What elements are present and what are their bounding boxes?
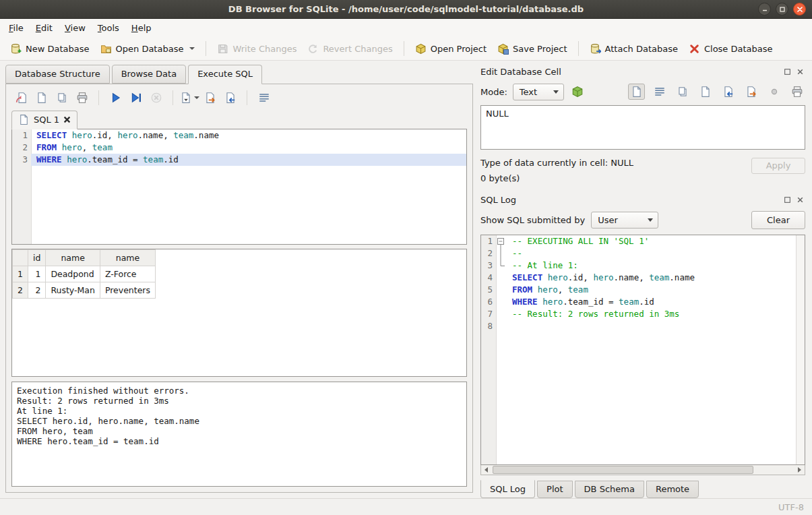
maximize-button[interactable]	[776, 3, 788, 16]
scroll-right-icon[interactable]	[794, 465, 805, 475]
mode-select[interactable]: Text	[513, 84, 564, 100]
cell[interactable]: Preventers	[100, 282, 155, 299]
export-to-file-button[interactable]	[743, 84, 759, 100]
sql-log-editor[interactable]: 1-- EXECUTING ALL IN 'SQL 1'2--3-- At li…	[480, 235, 805, 465]
minimize-button[interactable]	[758, 3, 771, 16]
print-cell-button[interactable]	[788, 84, 805, 100]
close-database-button[interactable]: Close Database	[684, 40, 778, 57]
message-line: FROM hero, team	[17, 426, 462, 436]
menu-edit[interactable]: Edit	[30, 20, 59, 36]
chevron-down-icon[interactable]	[189, 47, 195, 50]
doc-dropdown-icon	[180, 92, 192, 104]
fold-margin	[496, 272, 507, 284]
import-from-file-button[interactable]	[720, 84, 737, 100]
line-number: 4	[481, 272, 496, 284]
save-sql-as-button[interactable]	[53, 90, 70, 106]
bottom-tab-remote[interactable]: Remote	[646, 481, 699, 498]
code-text: -- EXECUTING ALL IN 'SQL 1'	[507, 235, 805, 247]
titlebar[interactable]: DB Browser for SQLite - /home/user/code/…	[0, 0, 812, 19]
main-tabbar: Database StructureBrowse DataExecute SQL	[5, 65, 473, 84]
code-line[interactable]: 2FROM hero, team	[12, 142, 466, 154]
cell[interactable]: 1	[28, 266, 45, 282]
float-dock-icon[interactable]	[784, 68, 791, 75]
cell[interactable]: Z-Force	[100, 266, 155, 282]
code-line[interactable]: 1-- EXECUTING ALL IN 'SQL 1'	[481, 235, 805, 247]
edit-cell-title: Edit Database Cell	[480, 67, 784, 77]
log-horizontal-scrollbar[interactable]	[480, 465, 805, 475]
close-sql-tab-icon[interactable]	[63, 116, 71, 123]
log-filter-select[interactable]: User	[591, 212, 658, 229]
code-line[interactable]: 4SELECT hero.id, hero.name, team.name	[481, 272, 805, 284]
bottom-tab-sql-log[interactable]: SQL Log	[480, 480, 535, 498]
column-header-name[interactable]: name	[100, 250, 155, 266]
bottom-tab-plot[interactable]: Plot	[537, 481, 573, 498]
toolbar-separator	[173, 90, 173, 105]
word-wrap-button[interactable]	[255, 90, 272, 106]
save-project-button[interactable]: Save Project	[493, 40, 572, 57]
column-header-name[interactable]: name	[46, 250, 100, 266]
execute-all-button[interactable]	[107, 90, 124, 106]
chevron-down-icon	[648, 218, 653, 222]
sql-tabbar: SQL 1	[11, 111, 467, 129]
code-line[interactable]: 3-- At line 1:	[481, 260, 805, 272]
export-results-button[interactable]	[201, 90, 218, 106]
scroll-left-icon[interactable]	[481, 465, 491, 475]
menu-tools[interactable]: Tools	[92, 20, 125, 36]
main-area: Database StructureBrowse DataExecute SQL…	[0, 61, 812, 498]
menu-view[interactable]: View	[59, 20, 92, 36]
open-sql-file-button[interactable]	[13, 90, 30, 106]
column-header-id[interactable]: id	[28, 250, 45, 266]
close-button[interactable]	[793, 3, 806, 16]
save-results-button[interactable]	[181, 90, 198, 106]
print-button[interactable]	[73, 90, 90, 106]
cell[interactable]: Deadpond	[46, 266, 100, 282]
sql-tab[interactable]: SQL 1	[11, 111, 77, 129]
line-number: 8	[481, 320, 496, 332]
code-line[interactable]: 6WHERE hero.team_id = team.id	[481, 296, 805, 308]
open-database-button[interactable]: Open Database	[96, 40, 200, 57]
db-open-icon	[100, 43, 112, 55]
tab-browse-data[interactable]: Browse Data	[112, 65, 187, 84]
find-replace-button[interactable]	[222, 90, 239, 106]
tab-execute-sql[interactable]: Execute SQL	[188, 65, 262, 84]
open-project-button[interactable]: Open Project	[410, 40, 491, 57]
code-line[interactable]: 7-- Result: 2 rows returned in 3ms	[481, 308, 805, 320]
cell[interactable]: 2	[28, 282, 45, 299]
write-changes-label: Write Changes	[232, 44, 296, 54]
code-line[interactable]: 3WHERE hero.team_id = team.id	[12, 154, 466, 166]
code-line[interactable]: 8	[481, 320, 805, 332]
attach-database-button[interactable]: Attach Database	[585, 40, 683, 57]
execute-current-line-button[interactable]	[127, 90, 144, 106]
code-line[interactable]: 2--	[481, 247, 805, 260]
save-sql-file-button[interactable]	[33, 90, 50, 106]
paste-cell-button[interactable]	[697, 84, 714, 100]
fold-start-icon[interactable]	[496, 235, 507, 247]
sql-editor[interactable]: 1SELECT hero.id, hero.name, team.name2FR…	[11, 129, 467, 245]
bottom-tab-db-schema[interactable]: DB Schema	[575, 481, 644, 498]
new-database-button[interactable]: New Database	[5, 40, 94, 57]
right-pane: Edit Database Cell Mode: Text NULL	[476, 61, 812, 498]
bottom-tabbar: SQL LogPlotDB SchemaRemote	[480, 481, 805, 498]
text-view-button[interactable]	[628, 84, 645, 100]
code-line[interactable]: 5FROM hero, team	[481, 284, 805, 296]
scroll-track[interactable]	[491, 465, 794, 475]
close-dock-icon[interactable]	[797, 196, 804, 204]
copy-cell-button[interactable]	[674, 84, 691, 100]
float-dock-icon[interactable]	[784, 196, 791, 204]
row-header[interactable]: 1	[13, 266, 28, 282]
tab-database-structure[interactable]: Database Structure	[5, 65, 110, 84]
clear-log-button[interactable]: Clear	[751, 211, 805, 229]
auto-switch-mode-button[interactable]	[569, 84, 586, 100]
menu-file[interactable]: File	[3, 20, 30, 36]
close-database-label: Close Database	[704, 44, 773, 54]
close-dock-icon[interactable]	[797, 68, 804, 75]
menu-help[interactable]: Help	[125, 20, 158, 36]
word-wrap-button[interactable]	[651, 84, 668, 100]
code-text: SELECT hero.id, hero.name, team.name	[31, 129, 466, 142]
cell[interactable]: Rusty-Man	[46, 282, 100, 299]
set-null-button[interactable]	[766, 84, 782, 100]
code-line[interactable]: 1SELECT hero.id, hero.name, team.name	[12, 129, 466, 142]
row-header[interactable]: 2	[13, 282, 28, 299]
scroll-thumb[interactable]	[493, 466, 753, 474]
cell-editor[interactable]: NULL	[480, 105, 805, 150]
